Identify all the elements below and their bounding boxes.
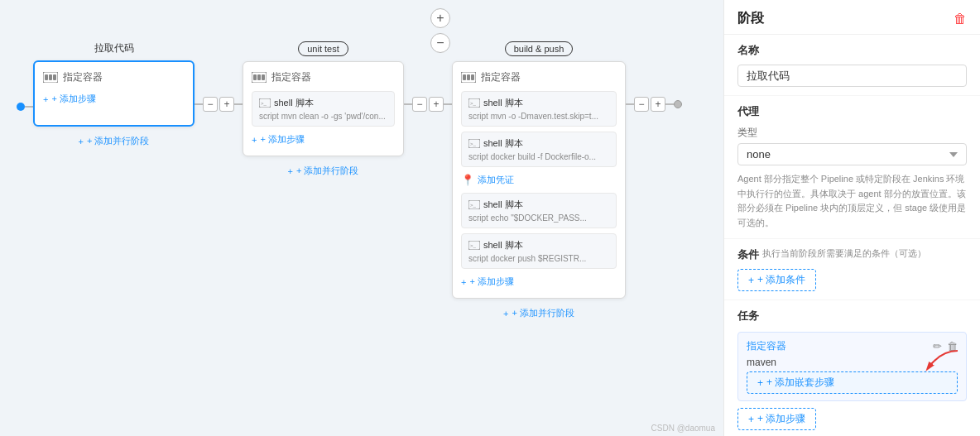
svg-rect-1 bbox=[45, 74, 48, 80]
zoom-in-button[interactable]: + bbox=[430, 8, 450, 28]
right-panel: 阶段 🗑 名称 代理 类型 none Agent 部分指定整个 Pipeline… bbox=[723, 0, 980, 436]
stage-3-shell-4-script: script docker push $REGISTR... bbox=[468, 254, 609, 263]
pipeline-canvas: + − 拉取代码 指定容器 + bbox=[0, 0, 723, 436]
panel-name-label: 名称 bbox=[737, 43, 967, 58]
container-icon-2 bbox=[252, 72, 267, 84]
stage-2-shell-script: script mvn clean -o -gs 'pwd'/con... bbox=[259, 112, 387, 121]
connector-btns-1: − + bbox=[203, 95, 234, 113]
svg-rect-3 bbox=[53, 74, 56, 80]
plus-icon-condition: + bbox=[748, 275, 754, 286]
stage-3-add-parallel[interactable]: + + 添加并行阶段 bbox=[503, 307, 574, 319]
start-dot bbox=[17, 103, 25, 111]
stage-2-shell-label: shell 脚本 bbox=[274, 97, 314, 109]
plus-icon-parallel-1: + bbox=[79, 137, 84, 146]
stage-1-container-label: 指定容器 bbox=[63, 70, 103, 84]
stage-2-parallel-label: + 添加并行阶段 bbox=[296, 165, 358, 177]
panel-name-input[interactable] bbox=[737, 65, 967, 87]
stage-2-container-label: 指定容器 bbox=[271, 70, 311, 84]
plus-icon-nested: + bbox=[757, 377, 763, 389]
panel-header: 阶段 🗑 bbox=[724, 0, 980, 35]
stage-3-container-header: 指定容器 bbox=[461, 70, 617, 84]
stage-2-shell-step[interactable]: >_ shell 脚本 script mvn clean -o -gs 'pwd… bbox=[252, 91, 395, 127]
add-nested-step-label: + 添加嵌套步骤 bbox=[766, 376, 834, 390]
stage-3-shell-4-label: shell 脚本 bbox=[483, 239, 523, 252]
panel-agent-desc: Agent 部分指定整个 Pipeline 或特定阶段在 Jenkins 环境中… bbox=[737, 172, 967, 230]
connector-3: − + bbox=[626, 63, 682, 146]
svg-rect-2 bbox=[49, 74, 52, 80]
connector-2: − + bbox=[404, 63, 452, 146]
conn1-plus[interactable]: + bbox=[219, 97, 234, 112]
panel-delete-button[interactable]: 🗑 bbox=[954, 12, 967, 26]
svg-text:>_: >_ bbox=[470, 203, 477, 208]
conditions-header: 条件 执行当前阶段所需要满足的条件（可选） bbox=[737, 247, 967, 262]
svg-text:>_: >_ bbox=[470, 141, 477, 146]
stage-1-add-parallel[interactable]: + + 添加并行阶段 bbox=[79, 135, 150, 147]
connector-btns-3: − + bbox=[634, 95, 665, 113]
panel-conditions-section: 条件 执行当前阶段所需要满足的条件（可选） + + 添加条件 bbox=[724, 239, 980, 300]
red-arrow-icon bbox=[916, 347, 966, 376]
stage-3-shell-3[interactable]: >_ shell 脚本 script echo "$DOCKER_PASS... bbox=[461, 193, 617, 228]
panel-agent-label: 代理 bbox=[737, 104, 967, 119]
stage-3-add-credential[interactable]: 📍 添加凭证 bbox=[461, 172, 617, 188]
panel-title: 阶段 bbox=[737, 10, 764, 27]
stage-3-parallel-label: + 添加并行阶段 bbox=[512, 307, 574, 319]
stage-3-shell-1[interactable]: >_ shell 脚本 script mvn -o -Dmaven.test.s… bbox=[461, 91, 617, 127]
panel-agent-type-select[interactable]: none bbox=[737, 143, 967, 165]
stage-3-shell-2-label: shell 脚本 bbox=[483, 137, 523, 150]
stage-3-add-step[interactable]: + + 添加步骤 bbox=[461, 274, 617, 290]
plus-icon-parallel-3: + bbox=[503, 309, 508, 319]
stage-2-add-step-label: + 添加步骤 bbox=[260, 133, 304, 146]
container-icon-1 bbox=[43, 72, 58, 84]
watermark: CSDN @daomua bbox=[651, 424, 715, 433]
stage-3-card[interactable]: 指定容器 >_ shell 脚本 script mvn -o -Dmaven.t… bbox=[452, 61, 626, 299]
panel-name-section: 名称 bbox=[724, 35, 980, 96]
stage-3-shell-2-script: script docker build -f Dockerfile-o... bbox=[468, 152, 609, 161]
svg-rect-7 bbox=[262, 74, 265, 80]
svg-rect-5 bbox=[253, 74, 257, 80]
svg-rect-6 bbox=[257, 74, 261, 80]
add-condition-label: + 添加条件 bbox=[757, 273, 805, 287]
panel-tasks-section: 任务 指定容器 ✏ 🗑 maven + + 添加嵌套步骤 bbox=[724, 300, 980, 436]
conn3-plus[interactable]: + bbox=[651, 97, 665, 112]
conn2-plus[interactable]: + bbox=[429, 97, 444, 112]
main-container: + − 拉取代码 指定容器 + bbox=[0, 0, 980, 436]
stage-3-shell-4[interactable]: >_ shell 脚本 script docker push $REGISTR.… bbox=[461, 233, 617, 269]
task-item-container[interactable]: 指定容器 ✏ 🗑 maven + + 添加嵌套步骤 bbox=[737, 332, 967, 401]
stage-3-credential-label: 添加凭证 bbox=[478, 174, 514, 186]
plus-icon-task: + bbox=[748, 414, 754, 425]
stage-2-add-step[interactable]: + + 添加步骤 bbox=[252, 132, 395, 147]
svg-rect-13 bbox=[471, 74, 474, 80]
stage-3-label: build & push bbox=[505, 41, 574, 56]
stage-1-label: 拉取代码 bbox=[94, 41, 134, 55]
stage-2-card[interactable]: 指定容器 >_ shell 脚本 script mvn clean -o -gs… bbox=[243, 61, 404, 156]
stage-2-shell-header: >_ shell 脚本 bbox=[259, 97, 387, 109]
plus-icon-2: + bbox=[252, 135, 257, 145]
conn2-minus[interactable]: − bbox=[412, 97, 427, 112]
stages-row: 拉取代码 指定容器 + + 添加步骤 + + 添加并行阶段 bbox=[0, 33, 723, 328]
conditions-title: 条件 bbox=[737, 247, 759, 262]
stage-2-wrapper: unit test 指定容器 >_ shell 脚本 script mvn bbox=[243, 41, 404, 177]
stage-1-container-header: 指定容器 bbox=[43, 70, 185, 84]
conditions-desc: 执行当前阶段所需要满足的条件（可选） bbox=[762, 247, 926, 260]
stage-3-shell-2[interactable]: >_ shell 脚本 script docker build -f Docke… bbox=[461, 132, 617, 167]
task-item-name: 指定容器 bbox=[747, 339, 786, 353]
stage-3-container-label: 指定容器 bbox=[481, 70, 521, 84]
conn3-minus[interactable]: − bbox=[634, 97, 649, 112]
panel-agent-type-label: 类型 bbox=[737, 126, 967, 140]
connector-btns-2: − + bbox=[412, 95, 444, 113]
plus-icon-3: + bbox=[461, 277, 466, 287]
stage-2-label: unit test bbox=[298, 41, 348, 56]
stage-3-shell-3-label: shell 脚本 bbox=[483, 199, 523, 211]
add-task-step-button[interactable]: + + 添加步骤 bbox=[737, 408, 816, 430]
stage-1-add-step[interactable]: + + 添加步骤 bbox=[43, 91, 185, 107]
container-icon-3 bbox=[461, 72, 476, 84]
conn1-minus[interactable]: − bbox=[203, 97, 218, 112]
stage-3-shell-1-label: shell 脚本 bbox=[483, 97, 523, 109]
plus-icon-1: + bbox=[43, 94, 48, 104]
stage-2-add-parallel[interactable]: + + 添加并行阶段 bbox=[288, 165, 359, 177]
stage-3-wrapper: build & push 指定容器 >_ shell 脚本 bbox=[452, 41, 626, 319]
add-condition-button[interactable]: + + 添加条件 bbox=[737, 269, 816, 291]
stage-1-parallel-label: + 添加并行阶段 bbox=[87, 135, 149, 147]
stage-1-card[interactable]: 指定容器 + + 添加步骤 bbox=[33, 60, 195, 127]
panel-agent-section: 代理 类型 none Agent 部分指定整个 Pipeline 或特定阶段在 … bbox=[724, 96, 980, 239]
